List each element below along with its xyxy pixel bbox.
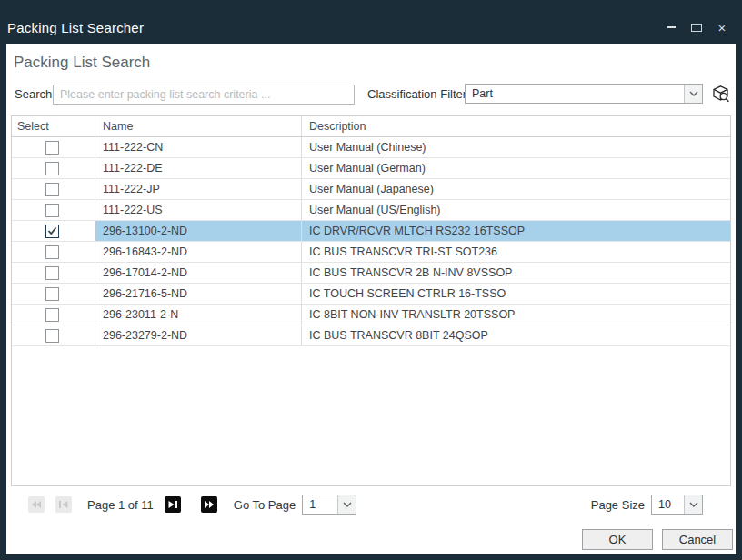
ok-button[interactable]: OK: [582, 529, 653, 550]
row-name: 111-222-US: [95, 200, 302, 220]
search-input[interactable]: [53, 85, 355, 105]
next-page-button[interactable]: [165, 496, 181, 513]
row-select-cell: [12, 284, 95, 304]
table-row[interactable]: 111-222-JP User Manual (Japanese): [12, 179, 730, 200]
row-select-cell: [12, 221, 95, 241]
row-description: User Manual (German): [302, 158, 730, 178]
column-header-select[interactable]: Select: [12, 116, 95, 136]
search-label: Search: [15, 87, 52, 101]
maximize-button[interactable]: [687, 18, 706, 36]
row-select-cell: [12, 179, 95, 199]
row-name: 111-222-DE: [95, 158, 302, 178]
row-checkbox[interactable]: [45, 183, 59, 196]
table-row[interactable]: 296-17014-2-ND IC BUS TRANSCVR 2B N-INV …: [12, 263, 730, 284]
row-description: IC DRVR/RCVR MLTCH RS232 16TSSOP: [302, 221, 730, 241]
row-select-cell: [12, 263, 95, 283]
page-status: Page 1 of 11: [87, 498, 154, 512]
row-description: User Manual (Chinese): [302, 137, 730, 157]
row-select-cell: [12, 242, 95, 262]
cube-search-icon: [711, 85, 730, 104]
row-name: 111-222-JP: [95, 179, 302, 199]
classification-filter-select[interactable]: Part: [465, 84, 703, 104]
row-checkbox[interactable]: [45, 329, 59, 343]
row-name: 296-21716-5-ND: [95, 284, 302, 304]
table-header-row: Select Name Description: [12, 116, 730, 137]
page-size-value: 10: [652, 498, 684, 511]
row-description: IC TOUCH SCREEN CTRLR 16-TSSO: [302, 284, 730, 304]
row-name: 296-17014-2-ND: [95, 263, 302, 283]
chevron-down-icon[interactable]: [337, 495, 356, 514]
table-row[interactable]: 111-222-DE User Manual (German): [12, 158, 730, 179]
minimize-icon: [667, 26, 676, 28]
go-to-page-label: Go To Page: [234, 498, 296, 512]
pager: Page 1 of 11 Go To Page 1 Page Size 10: [6, 494, 736, 515]
row-name: 296-23279-2-ND: [95, 325, 302, 345]
row-description: IC 8BIT NON-INV TRANSLTR 20TSSOP: [302, 305, 730, 325]
row-checkbox[interactable]: [45, 225, 59, 238]
row-checkbox[interactable]: [45, 162, 59, 175]
row-checkbox[interactable]: [45, 266, 59, 280]
maximize-icon: [691, 24, 702, 32]
row-description: IC BUS TRANSCVR 8BIT 24QSOP: [302, 325, 730, 345]
table-row[interactable]: 296-23011-2-N IC 8BIT NON-INV TRANSLTR 2…: [12, 305, 730, 325]
row-description: User Manual (Japanese): [302, 179, 730, 199]
minimize-button[interactable]: [662, 18, 680, 36]
previous-page-button[interactable]: [55, 496, 72, 513]
row-checkbox[interactable]: [45, 204, 59, 217]
page-title: Packing List Search: [14, 54, 150, 72]
column-header-name[interactable]: Name: [95, 116, 302, 136]
last-page-button[interactable]: [201, 496, 217, 513]
window-title: Packing List Searcher: [7, 20, 144, 35]
table-row[interactable]: 296-16843-2-ND IC BUS TRANSCVR TRI-ST SO…: [12, 242, 730, 263]
search-toolbar: Search Classification Filter: Part: [6, 84, 736, 105]
row-description: IC BUS TRANSCVR TRI-ST SOT236: [302, 242, 730, 262]
close-button[interactable]: ×: [713, 18, 731, 36]
classification-filter-value: Part: [466, 87, 684, 100]
packing-list-table: Select Name Description 111-222-CN User …: [11, 115, 731, 486]
table-row[interactable]: 296-13100-2-ND IC DRVR/RCVR MLTCH RS232 …: [12, 221, 730, 242]
table-body: 111-222-CN User Manual (Chinese) 111-222…: [12, 137, 730, 346]
chevron-down-icon[interactable]: [684, 495, 702, 514]
table-row[interactable]: 111-222-CN User Manual (Chinese): [12, 137, 730, 158]
row-description: User Manual (US/English): [302, 200, 730, 220]
next-page-icon: [168, 501, 177, 508]
go-to-page-select[interactable]: 1: [302, 495, 356, 515]
classification-search-button[interactable]: [709, 84, 731, 105]
row-name: 296-13100-2-ND: [95, 221, 302, 241]
page-size-label: Page Size: [591, 498, 645, 512]
row-checkbox[interactable]: [45, 141, 59, 155]
titlebar: Packing List Searcher ×: [0, 0, 742, 44]
previous-page-icon: [59, 501, 68, 508]
row-select-cell: [12, 305, 95, 325]
cancel-button[interactable]: Cancel: [662, 529, 733, 550]
row-select-cell: [12, 325, 95, 345]
table-row[interactable]: 296-23279-2-ND IC BUS TRANSCVR 8BIT 24QS…: [12, 325, 730, 346]
window-controls: ×: [662, 18, 731, 36]
page-size-group: Page Size 10: [591, 494, 703, 515]
last-page-icon: [205, 501, 214, 508]
row-select-cell: [12, 137, 95, 157]
row-name: 111-222-CN: [95, 137, 302, 157]
dialog-content: Packing List Search Search Classificatio…: [6, 44, 736, 554]
page-size-select[interactable]: 10: [651, 495, 703, 515]
chevron-down-icon[interactable]: [684, 85, 702, 103]
row-checkbox[interactable]: [45, 245, 59, 259]
table-row[interactable]: 111-222-US User Manual (US/English): [12, 200, 730, 221]
row-select-cell: [12, 158, 95, 178]
row-select-cell: [12, 200, 95, 220]
table-row[interactable]: 296-21716-5-ND IC TOUCH SCREEN CTRLR 16-…: [12, 284, 730, 305]
column-header-description[interactable]: Description: [302, 116, 730, 136]
classification-filter-label: Classification Filter:: [367, 87, 470, 101]
check-icon: [47, 226, 57, 235]
first-page-icon: [32, 501, 41, 508]
go-to-page-value: 1: [303, 498, 337, 511]
row-checkbox[interactable]: [45, 308, 59, 322]
first-page-button[interactable]: [28, 496, 45, 513]
close-icon: ×: [718, 21, 727, 35]
row-name: 296-23011-2-N: [95, 305, 302, 325]
packing-list-searcher-window: Packing List Searcher × Packing List Sea…: [0, 0, 742, 560]
row-description: IC BUS TRANSCVR 2B N-INV 8VSSOP: [302, 263, 730, 283]
row-checkbox[interactable]: [45, 287, 59, 301]
row-name: 296-16843-2-ND: [95, 242, 302, 262]
